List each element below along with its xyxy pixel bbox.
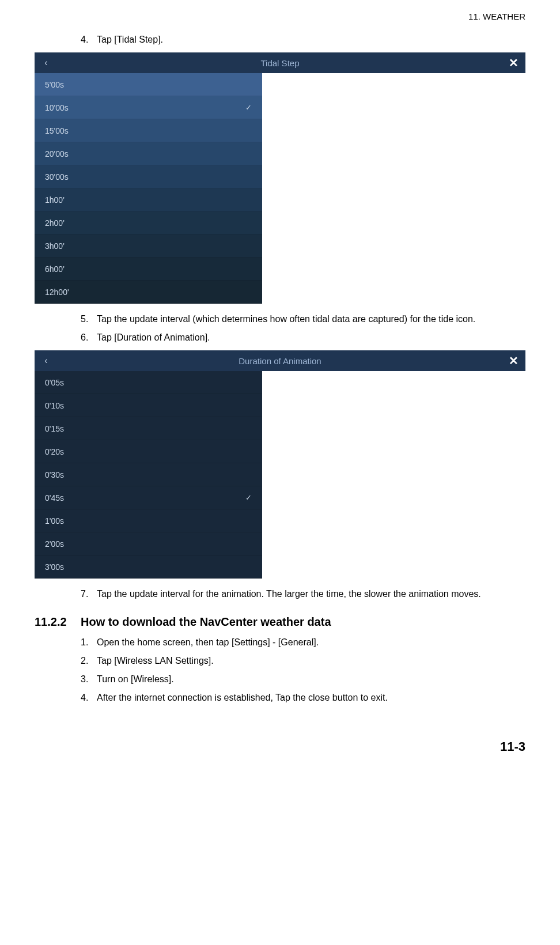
panel-title: Duration of Animation [35,356,525,366]
item-label: 2'00s [45,539,64,549]
instruction-step: 2. Tap [Wireless LAN Settings]. [81,654,525,668]
item-label: 12h00' [45,288,69,297]
step-number: 5. [81,312,97,326]
instruction-step: 3. Turn on [Wireless]. [81,672,525,686]
section-title: How to download the NavCenter weather da… [81,615,331,629]
list-item[interactable]: 15'00s [35,119,262,142]
instruction-step: 7. Tap the update interval for the anima… [81,587,525,601]
list-item[interactable]: 0'10s [35,394,262,417]
list-item[interactable]: 6h00' [35,258,262,281]
checkmark-icon: ✓ [245,493,252,502]
item-label: 3h00' [45,241,65,251]
instruction-step: 4. After the internet connection is esta… [81,691,525,705]
section-steps: 1. Open the home screen, then tap [Setti… [35,636,525,705]
close-icon[interactable]: ✕ [509,354,519,368]
tidal-option-list: 5'00s 10'00s ✓ 15'00s 20'00s 30'00s 1h00… [35,73,262,304]
list-item[interactable]: 3'00s [35,555,262,579]
item-label: 10'00s [45,103,69,112]
item-label: 0'10s [45,401,64,410]
checkmark-icon: ✓ [245,103,252,112]
step-number: 7. [81,587,97,601]
list-item[interactable]: 2h00' [35,211,262,235]
item-label: 6h00' [45,264,65,274]
step-text: Tap [Wireless LAN Settings]. [97,654,525,668]
step-number: 3. [81,672,97,686]
step-number: 2. [81,654,97,668]
panel-header: ‹ Tidal Step ✕ [35,52,525,73]
item-label: 0'05s [45,378,64,387]
close-icon[interactable]: ✕ [509,56,519,70]
instruction-step: 4. Tap [Tidal Step]. [81,33,525,47]
item-label: 30'00s [45,172,69,182]
item-label: 1h00' [45,195,65,205]
list-item[interactable]: 10'00s ✓ [35,96,262,119]
list-item[interactable]: 0'30s [35,463,262,486]
duration-option-list: 0'05s 0'10s 0'15s 0'20s 0'30s 0'45s ✓ 1'… [35,371,262,579]
panel-header: ‹ Duration of Animation ✕ [35,350,525,371]
item-label: 15'00s [45,126,69,135]
instruction-step: 5. Tap the update interval (which determ… [81,312,525,326]
instruction-step: 6. Tap [Duration of Animation]. [81,331,525,345]
item-label: 2h00' [45,218,65,228]
item-label: 3'00s [45,562,64,572]
list-item[interactable]: 20'00s [35,142,262,165]
step-text: Tap the update interval for the animatio… [97,587,525,601]
step-number: 4. [81,691,97,705]
section-number: 11.2.2 [35,615,81,629]
duration-panel: ‹ Duration of Animation ✕ 0'05s 0'10s 0'… [35,350,525,579]
back-icon[interactable]: ‹ [35,356,58,366]
list-item[interactable]: 3h00' [35,235,262,258]
step-text: Open the home screen, then tap [Settings… [97,636,525,649]
item-label: 0'20s [45,447,64,456]
list-item[interactable]: 1'00s [35,509,262,532]
item-label: 0'15s [45,424,64,433]
section-heading: 11.2.2 How to download the NavCenter wea… [35,615,525,629]
steps-block-c: 7. Tap the update interval for the anima… [35,587,525,601]
list-item[interactable]: 5'00s [35,73,262,96]
item-label: 20'00s [45,149,69,158]
list-item[interactable]: 1h00' [35,188,262,211]
steps-block-a: 4. Tap [Tidal Step]. [35,33,525,47]
item-label: 0'45s [45,493,64,502]
chapter-header: 11. WEATHER [35,12,525,21]
instruction-step: 1. Open the home screen, then tap [Setti… [81,636,525,649]
list-item[interactable]: 0'20s [35,440,262,463]
step-text: Tap the update interval (which determine… [97,312,525,326]
step-number: 4. [81,33,97,47]
step-text: Tap [Duration of Animation]. [97,331,525,345]
list-item[interactable]: 12h00' [35,281,262,304]
page-number: 11-3 [35,739,525,754]
list-item[interactable]: 0'15s [35,417,262,440]
list-item[interactable]: 0'05s [35,371,262,394]
panel-title: Tidal Step [35,58,525,68]
back-icon[interactable]: ‹ [35,58,58,68]
step-text: Tap [Tidal Step]. [97,33,525,47]
steps-block-b: 5. Tap the update interval (which determ… [35,312,525,345]
step-text: Turn on [Wireless]. [97,672,525,686]
step-number: 6. [81,331,97,345]
step-text: After the internet connection is establi… [97,691,525,705]
tidal-step-panel: ‹ Tidal Step ✕ 5'00s 10'00s ✓ 15'00s 20'… [35,52,525,304]
item-label: 5'00s [45,80,64,89]
list-item[interactable]: 0'45s ✓ [35,486,262,509]
item-label: 1'00s [45,516,64,526]
list-item[interactable]: 2'00s [35,532,262,555]
list-item[interactable]: 30'00s [35,165,262,188]
step-number: 1. [81,636,97,649]
item-label: 0'30s [45,470,64,479]
